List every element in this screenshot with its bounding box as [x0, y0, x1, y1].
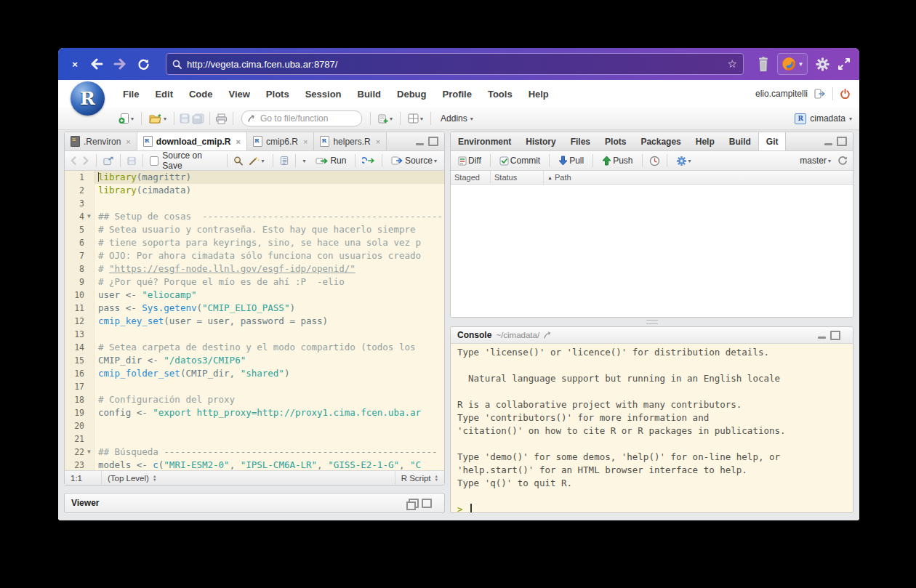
code-editor[interactable]: 1library(magrittr)2library(cimadata)3 4▼…: [65, 171, 444, 470]
version-control-button[interactable]: ▾: [376, 112, 395, 126]
forward-button[interactable]: [111, 55, 129, 73]
new-file-button[interactable]: ▾: [116, 111, 136, 126]
minimize-icon[interactable]: [818, 337, 826, 339]
fold-arrow-icon[interactable]: ▼: [84, 210, 94, 223]
diff-button[interactable]: Diff: [456, 154, 483, 167]
bookmark-star-icon[interactable]: ☆: [728, 57, 737, 71]
tab-plots[interactable]: Plots: [598, 132, 633, 150]
scope-selector[interactable]: (Top Level) ▲▼: [102, 471, 162, 485]
show-in-new-window-icon[interactable]: [103, 156, 113, 166]
menu-profile[interactable]: Profile: [434, 89, 479, 100]
save-all-icon[interactable]: [192, 113, 204, 124]
history-clock-icon[interactable]: [649, 156, 660, 166]
maximize-icon[interactable]: [830, 331, 840, 340]
tab-history[interactable]: History: [518, 132, 563, 150]
menu-plots[interactable]: Plots: [258, 89, 297, 100]
quit-session-icon[interactable]: [840, 89, 851, 100]
url-text[interactable]: http://vegeta.cima.fcen.uba.ar:8787/: [187, 59, 723, 70]
source-on-save-checkbox[interactable]: [150, 156, 158, 166]
fullscreen-icon[interactable]: [837, 57, 851, 71]
chevron-down-icon[interactable]: ▾: [302, 158, 305, 164]
popout-icon[interactable]: [409, 499, 419, 508]
tab-environment[interactable]: Environment: [451, 132, 518, 150]
tab-files[interactable]: Files: [563, 132, 598, 150]
tab-helpers.R[interactable]: helpers.R×: [314, 132, 387, 150]
find-replace-icon[interactable]: [233, 156, 243, 166]
print-icon[interactable]: [215, 113, 228, 124]
close-icon[interactable]: ×: [303, 137, 308, 146]
left-column: .Renviron×download_cmip.R×cmip6.R×helper…: [64, 132, 445, 513]
close-icon[interactable]: ×: [236, 137, 240, 146]
menu-session[interactable]: Session: [297, 89, 350, 100]
menu-file[interactable]: File: [115, 89, 147, 100]
git-more-button[interactable]: ▾: [674, 154, 694, 168]
close-icon[interactable]: ×: [126, 137, 130, 146]
compile-report-icon[interactable]: [280, 156, 289, 166]
menu-code[interactable]: Code: [181, 89, 221, 100]
reload-button[interactable]: [134, 55, 153, 73]
menu-view[interactable]: View: [220, 89, 257, 100]
url-bar[interactable]: http://vegeta.cima.fcen.uba.ar:8787/ ☆: [166, 53, 744, 75]
project-selector[interactable]: R cimadata ▾: [795, 113, 852, 124]
console-output[interactable]: Type 'license()' or 'licence()' for dist…: [451, 344, 853, 512]
rerun-icon[interactable]: [362, 156, 375, 165]
tab-help[interactable]: Help: [688, 132, 722, 150]
addins-button[interactable]: Addins ▾: [436, 113, 478, 124]
commit-button[interactable]: Commit: [497, 154, 542, 167]
menu-edit[interactable]: Edit: [147, 89, 181, 100]
viewer-tab[interactable]: Viewer: [71, 498, 99, 508]
line-number: 7: [66, 249, 84, 262]
minimize-icon[interactable]: [416, 143, 424, 145]
menu-build[interactable]: Build: [350, 89, 390, 100]
tab-download_cmip.R[interactable]: download_cmip.R×: [137, 132, 247, 150]
doc-type-selector[interactable]: R Script ▲▼: [395, 471, 444, 485]
gear-icon[interactable]: [815, 57, 830, 72]
back-button[interactable]: [87, 55, 106, 73]
console-tab[interactable]: Console: [457, 330, 491, 340]
line-number-gutter: 10: [65, 289, 95, 302]
close-icon[interactable]: ×: [376, 137, 380, 146]
tab-git[interactable]: Git: [758, 132, 787, 150]
firefox-menu-button[interactable]: ▼: [777, 53, 808, 75]
code-line: 6# tiene soporta para keyrings, sino, se…: [65, 236, 444, 249]
goto-directory-icon[interactable]: [544, 331, 553, 339]
sign-out-icon[interactable]: [814, 89, 826, 99]
tab-build[interactable]: Build: [722, 132, 758, 150]
refresh-icon[interactable]: [837, 156, 848, 166]
fold-arrow-icon[interactable]: ▼: [84, 446, 94, 459]
run-button[interactable]: Run: [313, 154, 348, 167]
menu-tools[interactable]: Tools: [480, 89, 521, 100]
column-path[interactable]: ▲Path: [544, 171, 575, 184]
console-cursor: [470, 504, 472, 512]
search-icon: [172, 60, 182, 69]
forward-chevron-icon[interactable]: [81, 156, 89, 165]
pull-button[interactable]: Pull: [556, 154, 586, 167]
workspace-panes-button[interactable]: ▾: [406, 112, 425, 125]
git-file-list[interactable]: [451, 185, 853, 317]
back-chevron-icon[interactable]: [70, 156, 78, 165]
column-status[interactable]: Status: [491, 171, 544, 184]
console-prompt-line[interactable]: >: [457, 503, 846, 512]
code-tools-button[interactable]: ▾: [246, 154, 266, 167]
save-icon[interactable]: [180, 113, 190, 124]
source-button[interactable]: Source ▾: [389, 154, 439, 167]
maximize-icon[interactable]: [428, 137, 438, 146]
branch-selector[interactable]: master ▾: [798, 154, 833, 167]
tab-packages[interactable]: Packages: [633, 132, 688, 150]
menu-help[interactable]: Help: [521, 89, 557, 100]
close-tab-icon[interactable]: ×: [67, 59, 83, 70]
maximize-icon[interactable]: [422, 499, 432, 508]
menu-debug[interactable]: Debug: [389, 89, 434, 100]
save-icon[interactable]: [127, 156, 136, 166]
maximize-icon[interactable]: [837, 137, 847, 146]
trash-icon[interactable]: [757, 57, 770, 72]
open-file-button[interactable]: ▾: [147, 112, 169, 125]
goto-file-search[interactable]: Go to file/function: [241, 110, 362, 126]
console-prompt: >: [457, 504, 468, 512]
tab-cmip6.R[interactable]: cmip6.R×: [247, 132, 314, 150]
column-staged[interactable]: Staged: [451, 171, 491, 184]
push-button[interactable]: Push: [600, 154, 635, 167]
tab-.Renviron[interactable]: .Renviron×: [65, 132, 137, 150]
pane-splitter[interactable]: [450, 318, 853, 326]
minimize-icon[interactable]: [824, 143, 832, 145]
